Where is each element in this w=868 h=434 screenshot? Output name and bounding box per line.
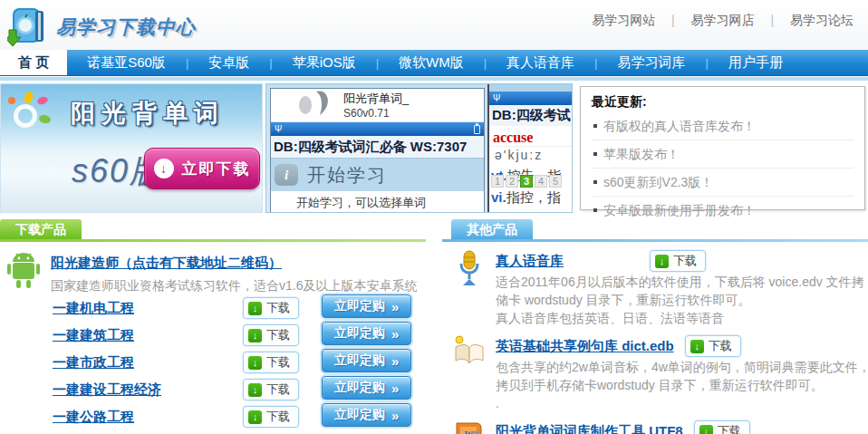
app-name: 阳光背单词_	[343, 91, 409, 107]
product-link[interactable]: 一建市政工程	[53, 354, 134, 371]
order-button[interactable]: 立即定购»	[322, 403, 411, 427]
other-product-link[interactable]: 阳光背单词词库制作工具 UTF8	[496, 423, 683, 434]
featured-product-desc: 国家建造师职业资格考试练习软件，适合v1.6及以上版本安卓系统	[51, 278, 417, 294]
download-button[interactable]: ↓下载	[243, 379, 299, 400]
download-icon: ↓	[248, 356, 262, 370]
nav-voice[interactable]: 真人语音库	[487, 50, 594, 75]
page-dot-2[interactable]: 2	[506, 175, 518, 188]
page: 易学习下载中心 易学习网站 | 易学习网店 | 易学习论坛 首 页 诺基亚S60…	[0, 0, 868, 434]
link-website[interactable]: 易学习网站	[592, 13, 655, 27]
word-phonetic: ə'kju:z	[489, 146, 573, 163]
page-dot-4[interactable]: 4	[535, 175, 547, 188]
product-row: 一建公路工程 ↓下载 立即定购»	[0, 403, 426, 430]
bullet-icon	[593, 180, 597, 184]
header: 易学习下载中心 易学习网站 | 易学习网店 | 易学习论坛	[0, 0, 868, 50]
recent-updates-title: 最近更新:	[592, 94, 854, 111]
word-meaning-vi: vi.指控，指	[489, 185, 573, 207]
banner-pagination: 1 2 3 4 5	[491, 175, 562, 188]
chevron-right-icon: »	[391, 353, 399, 369]
product-link[interactable]: 一建建筑工程	[53, 327, 134, 344]
page-dot-5[interactable]: 5	[549, 175, 562, 188]
product-link[interactable]: 一建建设工程经济	[53, 381, 161, 399]
app-screenshots: 阳光背单词_ S60v0.71 Ψ DB:四级考试词汇必备 WS:7307 i …	[265, 83, 573, 213]
others-tab: 其他产品	[451, 219, 533, 239]
order-button[interactable]: 立即定购»	[322, 349, 411, 372]
product-row: 一建市政工程 ↓下载 立即定购»	[0, 349, 426, 376]
main-nav: 首 页 诺基亚S60版 | 安卓版 | 苹果iOS版 | 微软WM版 | 真人语…	[0, 50, 868, 76]
sky-strip	[489, 84, 573, 92]
screenshot-main-menu: 阳光背单词_ S60v0.71 Ψ DB:四级考试词汇必备 WS:7307 i …	[270, 88, 485, 213]
download-icon: ↓	[248, 383, 262, 397]
nav-dict[interactable]: 易学习词库	[598, 50, 706, 75]
update-item[interactable]: s60更新到V2.3版！	[592, 169, 854, 197]
logo-text: 易学习下载中心	[56, 14, 196, 40]
bullet-icon	[593, 152, 597, 156]
screenshot-word-view: Ψ DB:四级考试 accuse ə'kju:z vt.控告，指 vi.指控，指…	[487, 84, 573, 213]
update-item[interactable]: 苹果版发布！	[592, 140, 854, 169]
product-row: 一建建设工程经济 ↓下载 立即定购»	[0, 376, 426, 403]
antenna-icon: Ψ	[275, 125, 282, 134]
link-store[interactable]: 易学习网店	[691, 13, 755, 27]
nav-bottom-strip	[0, 77, 868, 81]
download-button[interactable]: ↓下载	[685, 335, 741, 357]
nav-wm[interactable]: 微软WM版	[379, 50, 484, 75]
download-button[interactable]: ↓下载	[243, 297, 299, 319]
product-row: 一建建筑工程 ↓下载 立即定购»	[0, 322, 426, 349]
info-icon: i	[275, 164, 298, 186]
download-icon: ↓	[690, 340, 704, 353]
battery-icon	[474, 125, 480, 134]
featured-product: 阳光建造师（点击有下载地址二维码） 国家建造师职业资格考试练习软件，适合v1.6…	[5, 249, 426, 294]
other-item-examples: 英语基础共享例句库 dict.edb ↓下载 包含共享的约2w单词音标，4w单词…	[451, 334, 868, 412]
order-button[interactable]: 立即定购»	[322, 294, 411, 318]
product-row: 一建机电工程 ↓下载 立即定购»	[0, 294, 426, 322]
nav-android[interactable]: 安卓版	[188, 50, 269, 75]
download-icon: ↓	[248, 329, 262, 342]
order-button[interactable]: 立即定购»	[322, 376, 411, 400]
download-button[interactable]: ↓下载	[694, 420, 750, 434]
download-button[interactable]: ↓下载	[650, 250, 706, 272]
downloads-tab: 下载产品	[0, 219, 82, 239]
order-button[interactable]: 立即定购»	[322, 322, 411, 345]
banner-title: 阳光背单词	[1, 97, 262, 130]
download-icon: ↓	[655, 255, 669, 268]
other-product-desc: 拷贝到手机存储卡wordstudy 目录下，重新运行软件即可。	[496, 376, 868, 394]
divider: |	[770, 13, 774, 27]
db-status-line: DB:四级考试	[489, 105, 573, 126]
phone-status-bar: Ψ	[271, 122, 484, 136]
nav-home[interactable]: 首 页	[0, 50, 67, 75]
bullet-icon	[593, 208, 597, 212]
nav-ios[interactable]: 苹果iOS版	[273, 50, 376, 75]
other-product-desc: 包含共享的约2w单词音标，4w单词的例句，简明词典需要此文件，下	[496, 358, 868, 376]
app-about-header: 阳光背单词_ S60v0.71	[271, 89, 484, 122]
link-forum[interactable]: 易学习论坛	[790, 13, 854, 27]
page-dot-3-active[interactable]: 3	[520, 175, 533, 188]
others-section: 其他产品 真人语音库 ↓下载 适合2011年06月以后版本的软件使用，下载后	[442, 219, 868, 434]
download-icon: ↓	[699, 425, 713, 434]
other-product-link[interactable]: 英语基础共享例句库 dict.edb	[496, 338, 674, 355]
chevron-right-icon: »	[391, 299, 399, 314]
download-button[interactable]: ↓下载	[243, 324, 299, 346]
download-button[interactable]: ↓下载	[243, 406, 299, 428]
antenna-icon: Ψ	[493, 94, 500, 103]
downloads-tab-underline	[0, 239, 426, 242]
chevron-right-icon: »	[391, 408, 399, 423]
other-product-link[interactable]: 真人语音库	[496, 253, 564, 270]
nav-s60[interactable]: 诺基亚S60版	[67, 50, 186, 75]
other-item-dict-tool: W 阳光背单词词库制作工具 UTF8 ↓下载	[451, 420, 868, 434]
other-item-voice: 真人语音库 ↓下载 适合2011年06月以后版本的软件使用，下载后将 voice…	[451, 249, 868, 327]
download-button[interactable]: ↓下载	[243, 352, 299, 373]
app-logo-icon	[296, 90, 334, 121]
banner-download-button[interactable]: ↓ 立即下载	[144, 148, 260, 189]
nav-manual[interactable]: 用户手册	[709, 50, 803, 75]
site-logo[interactable]: 易学习下载中心	[7, 3, 196, 52]
download-icon: ↓	[248, 302, 262, 315]
product-link[interactable]: 一建公路工程	[53, 409, 134, 426]
page-dot-1[interactable]: 1	[491, 175, 504, 188]
chevron-right-icon: »	[391, 381, 399, 396]
menu-label: 开始学习	[307, 163, 387, 188]
featured-product-link[interactable]: 阳光建造师（点击有下载地址二维码）	[51, 255, 282, 272]
menu-item-selected: i 开始学习	[271, 158, 484, 191]
product-link[interactable]: 一建机电工程	[53, 300, 134, 317]
recent-updates-list: 有版权的真人语音库发布！ 苹果版发布！ s60更新到V2.3版！ 安卓版最新使用…	[592, 112, 854, 225]
update-item[interactable]: 有版权的真人语音库发布！	[592, 112, 854, 140]
